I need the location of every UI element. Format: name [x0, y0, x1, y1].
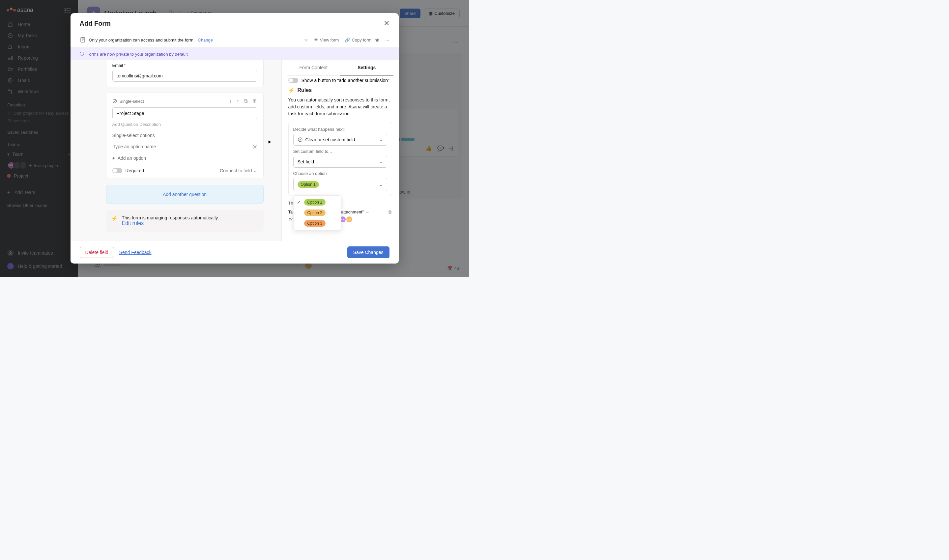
tab-form-content[interactable]: Form Content — [287, 60, 340, 75]
delete-field-button[interactable]: Delete field — [80, 247, 114, 258]
dropdown-option-1[interactable]: ✓Option 1 — [294, 197, 341, 208]
users-icon — [288, 217, 293, 222]
chevron-down-icon: ⌄ — [379, 159, 383, 165]
form-builder: Email* Single-select ↓ ↑ ⧉ 🗑 — [71, 60, 281, 241]
settings-panel: Form Content Settings Show a button to "… — [281, 60, 399, 241]
modal-overlay: Add Form ✕ Only your organization can ac… — [0, 0, 469, 277]
add-question-button[interactable]: Add another question — [106, 185, 263, 204]
svg-point-13 — [289, 218, 291, 219]
auto-text: This form is managing responses automati… — [122, 215, 219, 220]
required-label: Required — [126, 168, 144, 173]
view-form-link[interactable]: 👁View form — [314, 38, 339, 43]
access-text: Only your organization can access and su… — [89, 38, 195, 43]
add-description[interactable]: Add Question Description — [112, 122, 257, 127]
bolt-icon: ⚡ — [288, 87, 295, 93]
action-select[interactable]: Clear or set custom field ⌄ — [293, 134, 387, 146]
question-card: Single-select ↓ ↑ ⧉ 🗑 Add Question Descr… — [106, 92, 263, 179]
add-form-modal: Add Form ✕ Only your organization can ac… — [71, 13, 399, 263]
move-up-icon[interactable]: ↑ — [237, 98, 239, 104]
single-select-icon — [112, 99, 117, 103]
form-icon — [80, 37, 86, 43]
copy-form-link[interactable]: 🔗Copy form link — [345, 38, 379, 43]
more-icon[interactable]: ⋯ — [385, 38, 390, 43]
edit-rules-link[interactable]: Edit rules — [122, 220, 219, 226]
dropdown-option-3[interactable]: Option 3 — [294, 218, 341, 229]
send-feedback-link[interactable]: Send Feedback — [119, 250, 152, 255]
duplicate-icon[interactable]: ⧉ — [244, 98, 248, 104]
rules-heading-text: Rules — [297, 87, 312, 93]
bolt-icon: ⚡ — [111, 215, 118, 222]
choose-option-label: Choose an option — [293, 171, 387, 176]
tab-settings[interactable]: Settings — [340, 60, 393, 75]
svg-point-12 — [298, 138, 302, 142]
collaborator-badge[interactable]: CD — [346, 217, 352, 222]
show-button-label: Show a button to "add another submission… — [302, 78, 390, 83]
email-input[interactable] — [112, 70, 257, 82]
rules-box: Decide what happens next: Clear or set c… — [288, 122, 392, 196]
svg-point-14 — [291, 218, 292, 219]
clear-option-icon[interactable]: ✕ — [253, 143, 257, 151]
delete-icon[interactable]: 🗑 — [252, 98, 257, 104]
eye-icon: 👁 — [314, 38, 318, 43]
dropdown-option-2[interactable]: Option 2 — [294, 208, 341, 218]
option-name-input[interactable] — [112, 141, 249, 152]
set-to-label: Set custom field to... — [293, 149, 387, 154]
email-label: Email — [112, 63, 123, 68]
change-link[interactable]: Change — [198, 38, 213, 43]
connect-to-field[interactable]: Connect to field ⌄ — [220, 168, 257, 173]
set-field-select[interactable]: Set field ⌄ — [293, 156, 387, 168]
check-circle-icon — [297, 137, 303, 142]
option-dropdown: ✓Option 1 Option 2 Option 3 — [293, 195, 341, 230]
required-toggle[interactable] — [112, 168, 122, 173]
info-banner: ⓘ Forms are now private to your organiza… — [71, 48, 399, 60]
selected-option-pill: Option 1 — [297, 181, 319, 188]
decide-label: Decide what happens next: — [293, 127, 387, 132]
modal-title: Add Form — [80, 20, 111, 27]
info-icon: ⓘ — [80, 51, 84, 57]
svg-point-11 — [113, 100, 116, 103]
chevron-down-icon: ⌄ — [379, 137, 383, 142]
chevron-down-icon: ⌄ — [253, 168, 257, 173]
show-button-toggle[interactable] — [288, 78, 298, 83]
plus-icon: + — [112, 155, 115, 161]
star-icon[interactable]: ☆ — [304, 38, 308, 43]
question-type-label[interactable]: Single-select — [120, 99, 144, 104]
add-option-button[interactable]: + Add an option — [112, 155, 257, 161]
options-label: Single-select options — [112, 133, 257, 138]
option-select[interactable]: Option 1 ⌄ — [293, 178, 387, 191]
question-title-input[interactable] — [112, 108, 257, 119]
move-down-icon[interactable]: ↓ — [230, 98, 232, 104]
auto-manage-notice: ⚡ This form is managing responses automa… — [106, 210, 263, 232]
delete-summary-icon[interactable]: 🗑 — [388, 209, 392, 214]
link-icon: 🔗 — [345, 38, 350, 43]
rules-description: You can automatically sort responses to … — [288, 97, 392, 117]
check-icon: ✓ — [297, 200, 302, 205]
chevron-down-icon: ⌄ — [379, 182, 383, 187]
save-changes-button[interactable]: Save Changes — [347, 246, 390, 258]
close-icon[interactable]: ✕ — [384, 19, 390, 28]
